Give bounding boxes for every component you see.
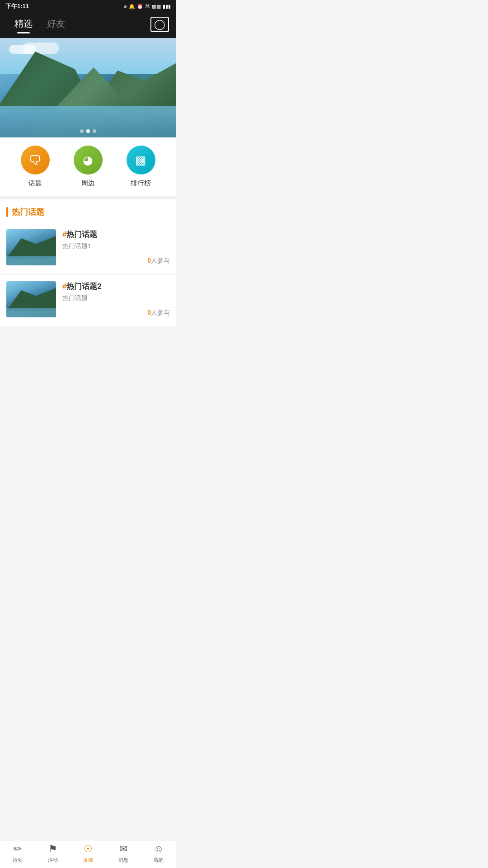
- topics-icon-circle: 🗨: [21, 146, 50, 175]
- location-icon: ◕: [83, 153, 93, 167]
- quick-nav-topics[interactable]: 🗨 话题: [21, 146, 50, 188]
- cloud2: [23, 42, 59, 54]
- nav-tabs: 精选 好友: [7, 16, 150, 33]
- wifi-icon: ⌘: [145, 4, 150, 9]
- topic-count-num-1: 0: [147, 257, 151, 264]
- nav-header: 精选 好友 ◯: [0, 13, 176, 38]
- mute-icon: 🔔̇: [129, 4, 135, 9]
- topic-title-text-1: 热门话题: [66, 230, 97, 239]
- main-content: 🗨 话题 ◕ 周边 ▩ 排行榜 热门话题 #热门话题: [0, 38, 176, 359]
- status-bar: 下午1:11 ⎈ 🔔̇ ⏰ ⌘ ▩▩ ▮▮▮: [0, 0, 176, 13]
- topic-title-2: #热门话题2: [62, 281, 170, 292]
- topic-count-suffix-1: 人参与: [151, 257, 170, 264]
- topic-title-1: #热门话题: [62, 229, 170, 240]
- chat-icon: 🗨: [29, 153, 42, 168]
- tab-friends[interactable]: 好友: [40, 16, 72, 33]
- topic-count-suffix-2: 人参与: [151, 309, 170, 316]
- topic-item-1[interactable]: #热门话题 热门话题1 0人参与: [0, 223, 176, 275]
- dot-2[interactable]: [86, 129, 90, 133]
- quick-nav-ranking[interactable]: ▩ 排行榜: [127, 146, 155, 188]
- section-bar-indicator: [6, 207, 8, 217]
- section-divider-1: [0, 196, 176, 199]
- status-time: 下午1:11: [5, 2, 29, 10]
- nearby-label: 周边: [81, 179, 95, 188]
- ranking-icon-circle: ▩: [127, 146, 155, 175]
- nearby-icon-circle: ◕: [74, 146, 103, 175]
- hot-topics-title: 热门话题: [12, 207, 44, 217]
- battery-icon: ▮▮▮: [163, 4, 171, 9]
- topic-count-2: 0人参与: [62, 309, 170, 317]
- alarm-icon: ⏰: [137, 4, 143, 9]
- topic-title-text-2: 热门话题2: [66, 282, 101, 291]
- dot-3[interactable]: [93, 129, 96, 133]
- quick-nav: 🗨 话题 ◕ 周边 ▩ 排行榜: [0, 137, 176, 196]
- topic-desc-1: 热门话题1: [62, 242, 170, 250]
- ranking-label: 排行榜: [131, 179, 151, 188]
- topic-info-1: #热门话题 热门话题1 0人参与: [62, 229, 170, 265]
- topic-thumb-1: [6, 229, 56, 265]
- signal-icon: ▩▩: [152, 4, 161, 9]
- bluetooth-icon: ⎈: [124, 4, 127, 9]
- hero-banner: [0, 38, 176, 137]
- banner-dots: [80, 129, 96, 133]
- topic-info-2: #热门话题2 热门话题 0人参与: [62, 281, 170, 317]
- status-icons: ⎈ 🔔̇ ⏰ ⌘ ▩▩ ▮▮▮: [124, 4, 171, 9]
- thumb-water-2: [6, 308, 56, 317]
- thumb-water-1: [6, 256, 56, 265]
- chart-icon: ▩: [135, 153, 146, 167]
- topic-count-1: 0人参与: [62, 257, 170, 265]
- thumb-mountain-2: [6, 288, 56, 311]
- tab-featured[interactable]: 精选: [7, 16, 40, 33]
- section-header-hot-topics: 热门话题: [0, 199, 176, 223]
- topic-count-num-2: 0: [147, 309, 151, 316]
- dot-1[interactable]: [80, 129, 84, 133]
- topic-thumb-2: [6, 281, 56, 317]
- topics-label: 话题: [28, 179, 42, 188]
- camera-button[interactable]: ◯: [150, 17, 169, 32]
- quick-nav-nearby[interactable]: ◕ 周边: [74, 146, 103, 188]
- thumb-mountain-1: [6, 236, 56, 259]
- topic-item-2[interactable]: #热门话题2 热门话题 0人参与: [0, 275, 176, 327]
- topic-desc-2: 热门话题: [62, 294, 170, 302]
